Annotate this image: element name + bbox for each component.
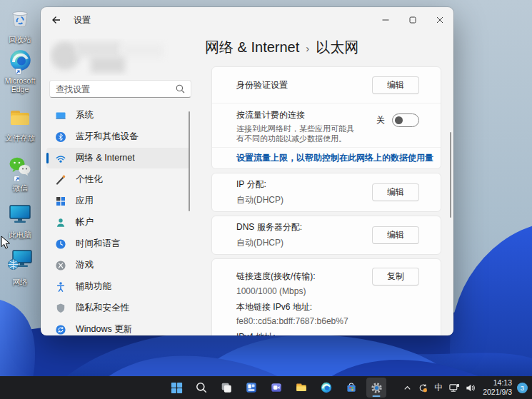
start-button[interactable] <box>166 378 186 398</box>
store-button[interactable] <box>341 378 361 398</box>
ip-edit-button[interactable]: 编辑 <box>372 183 419 201</box>
sidebar-item-label: 帐户 <box>76 216 94 228</box>
search-button[interactable] <box>191 378 211 398</box>
set-data-limit-link[interactable]: 设置流量上限，以帮助控制在此网络上的数据使用量 <box>236 152 433 164</box>
taskbar: 中 14:13 2021/9/3 3 <box>0 376 532 399</box>
volume-icon[interactable] <box>463 378 477 397</box>
settings-search <box>49 80 191 98</box>
ipv6-value: fe80::cd5a:bdff:7687:b6eb%7 <box>236 316 419 326</box>
sidebar-item-label: 系统 <box>76 109 94 121</box>
shortcut-arrow-icon <box>15 69 21 75</box>
window-title: 设置 <box>74 14 91 26</box>
sidebar-item-network-internet[interactable]: 网络 & Internet <box>46 148 190 168</box>
task-view-button[interactable] <box>216 378 236 398</box>
authentication-edit-button[interactable]: 编辑 <box>372 76 419 94</box>
sidebar-item-label: 网络 & Internet <box>76 152 135 164</box>
ip-assignment-card: IP 分配: 自动(DHCP) 编辑 <box>211 173 441 212</box>
wifi-icon <box>55 153 66 164</box>
dns-assignment-value: 自动(DHCP) <box>236 237 302 249</box>
desktop-icon-this-pc[interactable]: 此电脑 <box>0 204 40 239</box>
desktop-icon-network[interactable]: 网络 <box>0 251 40 286</box>
content-scrollbar[interactable] <box>450 132 451 218</box>
link-speed-value: 1000/1000 (Mbps) <box>236 286 419 296</box>
copy-button[interactable]: 复制 <box>372 268 419 286</box>
sidebar-item-privacy-security[interactable]: 隐私和安全性 <box>46 298 190 318</box>
sidebar-scrollbar[interactable] <box>189 111 190 211</box>
sidebar-item-label: 时间和语言 <box>76 238 121 250</box>
sidebar-item-apps[interactable]: 应用 <box>46 191 190 211</box>
settings-window: 设置 <box>41 7 453 335</box>
system-icon <box>55 110 66 121</box>
sidebar-item-label: 隐私和安全性 <box>76 302 129 314</box>
sidebar-item-time-language[interactable]: 时间和语言 <box>46 233 190 254</box>
bluetooth-icon <box>55 131 66 143</box>
taskbar-buttons <box>166 376 386 399</box>
this-pc-icon <box>8 203 32 228</box>
desktop: 回收站 Microsoft Edge 文件存放 <box>0 0 532 399</box>
person-icon <box>55 217 66 228</box>
metered-toggle[interactable] <box>392 113 419 127</box>
dns-assignment-label: DNS 服务器分配: <box>236 221 302 233</box>
metered-connection-row: 按流量计费的连接 连接到此网络时，某些应用可能具有不同的功能以减少数据使用。 关 <box>212 103 441 147</box>
authentication-row: 身份验证设置 编辑 <box>212 67 441 103</box>
edge-button[interactable] <box>316 378 336 398</box>
desktop-icon-label: 文件存放 <box>0 133 40 142</box>
sidebar-item-system[interactable]: 系统 <box>46 105 190 126</box>
ip-assignment-value: 自动(DHCP) <box>236 194 283 206</box>
sidebar-item-label: 蓝牙和其他设备 <box>76 131 139 143</box>
shortcut-arrow-icon <box>14 176 20 182</box>
tray-chevron-icon[interactable] <box>400 378 414 397</box>
connection-details-card: 链接速度(接收/传输): 复制 1000/1000 (Mbps) 本地链接 IP… <box>211 258 441 335</box>
sidebar-item-accounts[interactable]: 帐户 <box>46 212 190 233</box>
sidebar-item-label: 辅助功能 <box>76 281 111 293</box>
dns-assignment-card: DNS 服务器分配: 自动(DHCP) 编辑 <box>211 216 441 255</box>
maximize-button[interactable] <box>399 7 426 33</box>
back-button[interactable] <box>45 10 68 30</box>
close-button[interactable] <box>426 7 453 33</box>
settings-button[interactable] <box>366 378 386 398</box>
widgets-button[interactable] <box>241 378 261 398</box>
xbox-icon <box>55 260 66 271</box>
dns-edit-button[interactable]: 编辑 <box>372 226 419 244</box>
user-account-blurred[interactable] <box>49 39 191 76</box>
sidebar-item-accessibility[interactable]: 辅助功能 <box>46 276 190 297</box>
sidebar-item-label: 游戏 <box>76 259 94 271</box>
address-details: 1000/1000 (Mbps) 本地链接 IPv6 地址: fe80::cd5… <box>212 286 441 335</box>
desktop-icon-recycle-bin[interactable]: 回收站 <box>0 9 40 44</box>
notification-badge[interactable]: 3 <box>517 383 528 393</box>
sidebar-item-personalization[interactable]: 个性化 <box>46 169 190 190</box>
metered-title: 按流量计费的连接 <box>236 109 359 121</box>
desktop-icon-folder[interactable]: 文件存放 <box>0 107 40 142</box>
system-tray: 中 14:13 2021/9/3 3 <box>400 376 530 399</box>
desktop-icon-edge[interactable]: Microsoft Edge <box>0 50 40 94</box>
desktop-icon-label: 网络 <box>0 278 40 286</box>
sidebar-item-gaming[interactable]: 游戏 <box>46 255 190 276</box>
chat-button[interactable] <box>266 378 286 398</box>
ip-assignment-label: IP 分配: <box>236 178 283 191</box>
sync-update-icon[interactable] <box>416 378 430 397</box>
minimize-button[interactable] <box>372 7 399 33</box>
toggle-state-label: 关 <box>376 114 385 126</box>
desktop-icon-label: 微信 <box>0 183 40 192</box>
sidebar-item-bluetooth[interactable]: 蓝牙和其他设备 <box>46 126 190 147</box>
sidebar-item-label: 应用 <box>76 195 94 207</box>
taskbar-clock[interactable]: 14:13 2021/9/3 <box>478 378 515 397</box>
connection-settings-card: 身份验证设置 编辑 按流量计费的连接 连接到此网络时，某些应用可能具有不同的功能… <box>211 66 441 169</box>
sidebar-item-windows-update[interactable]: Windows 更新 <box>46 319 190 335</box>
sidebar-item-label: 个性化 <box>76 173 103 186</box>
network-icon-desktop <box>7 248 33 276</box>
authentication-label: 身份验证设置 <box>236 79 288 91</box>
breadcrumb-root[interactable]: 网络 & Internet <box>205 38 299 57</box>
shield-icon <box>55 303 66 314</box>
file-explorer-button[interactable] <box>291 378 311 398</box>
desktop-icon-label: 回收站 <box>0 35 40 44</box>
settings-sidebar: 系统 蓝牙和其他设备 网络 & Internet <box>41 33 201 335</box>
tray-date: 2021/9/3 <box>483 388 512 397</box>
folder-icon <box>9 107 31 131</box>
desktop-icon-wechat[interactable]: 微信 <box>0 157 40 192</box>
titlebar: 设置 <box>41 7 453 33</box>
clock-icon <box>55 238 66 250</box>
ethernet-tray-icon[interactable] <box>447 378 461 397</box>
search-input[interactable] <box>50 84 176 94</box>
ime-indicator[interactable]: 中 <box>431 378 446 397</box>
